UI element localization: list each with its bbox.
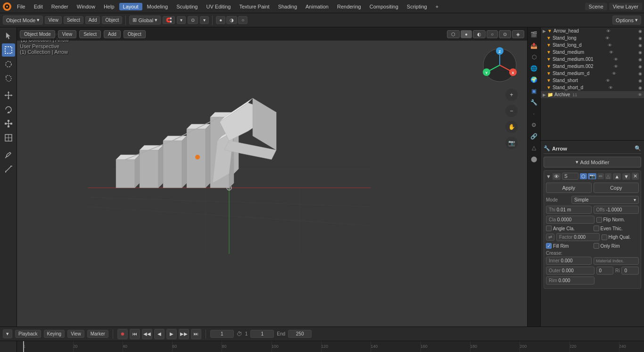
workspace-tab-compositing[interactable]: Compositing (366, 3, 402, 10)
snap-options-btn[interactable]: ▾ (177, 16, 186, 24)
camera-button[interactable]: 📷 (505, 137, 518, 149)
cage-btn[interactable]: △ (605, 173, 611, 179)
material-index-number[interactable]: 0 (596, 267, 614, 275)
step-forward-button[interactable]: ▶▶ (179, 329, 189, 339)
transform-global-selector[interactable]: ⊞ Global ▾ (129, 16, 161, 25)
workspace-tab-uv-editing[interactable]: UV Editing (202, 3, 234, 10)
particle-props-icon[interactable]: · (529, 109, 539, 119)
rim-field[interactable]: Rim 0.000 (546, 277, 594, 285)
viewport[interactable]: User Perspective (1) Collection | Arrow (17, 27, 527, 327)
render-btn[interactable]: 📷 (588, 173, 596, 179)
axis-gizmo[interactable]: Z X Y (481, 46, 519, 84)
outliner-item[interactable]: ▼ Stand_short_d 👁 ◉ (541, 84, 644, 91)
options-dropdown[interactable]: Options ▾ (612, 16, 641, 25)
constraint-props-icon[interactable]: 🔗 (529, 131, 539, 142)
workspace-tab-sculpting[interactable]: Sculpting (173, 3, 201, 10)
mode-selector[interactable]: Object Mode ▾ (3, 16, 43, 25)
output-props-icon[interactable]: 📤 (529, 41, 539, 51)
thickness-field[interactable]: Thi 0.01 m (546, 206, 592, 214)
workspace-tab-texture-paint[interactable]: Texture Paint (235, 3, 273, 10)
view-layer-selector[interactable]: View Layer (609, 3, 642, 10)
select-lasso-tool[interactable] (2, 72, 15, 85)
keying-menu[interactable]: Keying (44, 330, 65, 338)
workspace-tab-rendering[interactable]: Rendering (333, 3, 365, 10)
snap-button[interactable]: 🧲 (163, 16, 175, 24)
modifier-down-btn[interactable]: ▼ (622, 173, 630, 180)
material-props-icon[interactable]: ⬤ (529, 154, 539, 164)
add-menu[interactable]: Add (85, 16, 100, 24)
cursor-tool[interactable] (2, 29, 15, 42)
outliner-item[interactable]: ▶ 📁 Archive 11 👁 (541, 91, 644, 98)
offset-field[interactable]: Offs -1.0000 (594, 206, 639, 214)
outliner-item[interactable]: ▼ Stand_medium_d 👁 ◉ (541, 70, 644, 77)
viewport-view-btn[interactable]: View (58, 30, 77, 38)
realtime-btn[interactable]: ⬡ (580, 173, 587, 179)
outliner-item[interactable]: ▼ Stand_short 👁 ◉ (541, 77, 644, 84)
outliner-item[interactable]: ▼ Stand_medium.002 👁 ◉ (541, 63, 644, 70)
view-menu[interactable]: View (67, 330, 84, 338)
viewport-add-btn[interactable]: Add (104, 30, 121, 38)
outliner-item[interactable]: ▼ Stand_medium.001 👁 ◉ (541, 56, 644, 63)
step-back-button[interactable]: ◀◀ (142, 329, 152, 339)
viewport-select-btn[interactable]: Select (79, 30, 101, 38)
outliner-item[interactable]: ▼ Stand_long_d 👁 ◉ (541, 42, 644, 49)
angle-clamp-checkbox[interactable] (546, 226, 552, 231)
menu-file[interactable]: File (13, 3, 29, 10)
wireframe-shading-btn[interactable]: ⬡ (447, 30, 460, 38)
start-frame-field[interactable]: 1 (250, 330, 274, 338)
factor-field[interactable]: Factor 0.000 (556, 233, 600, 241)
flip-norm-checkbox[interactable] (596, 217, 602, 223)
play-forward-button[interactable]: ▶ (166, 329, 177, 339)
clamp-field[interactable]: Cla 0.0000 (546, 216, 594, 224)
zoom-in-button[interactable]: + (505, 89, 518, 101)
solid-mode-btn[interactable]: ● (216, 16, 225, 24)
add-workspace-button[interactable]: + (432, 3, 442, 10)
workspace-tab-scripting[interactable]: Scripting (403, 3, 431, 10)
workspace-tab-shading[interactable]: Shading (274, 3, 301, 10)
outliner-item[interactable]: ▼ Stand_long 👁 ◉ (541, 34, 644, 42)
end-frame-field[interactable]: 250 (288, 330, 312, 338)
marker-menu[interactable]: Marker (87, 330, 108, 338)
timeline-mode-selector[interactable]: ▾ (3, 329, 12, 338)
editmode-btn[interactable]: ✏ (597, 173, 604, 179)
mode-dropdown[interactable]: Simple ▾ (571, 196, 639, 204)
menu-help[interactable]: Help (100, 3, 118, 10)
modifier-name-field[interactable]: S (562, 173, 578, 180)
menu-window[interactable]: Window (73, 3, 99, 10)
filter-modifier-btn[interactable]: 🔍 (635, 145, 641, 151)
high-qual-checkbox[interactable] (602, 235, 607, 240)
modifier-delete-btn[interactable]: ✕ (632, 173, 639, 180)
object-props-icon[interactable]: ▣ (529, 86, 539, 96)
current-frame-field[interactable]: 1 (210, 330, 234, 338)
even-thick-checkbox[interactable] (594, 226, 599, 231)
timeline-bar[interactable]: 120406080100120140160180200220240 (0, 341, 644, 352)
modifier-visibility-btn[interactable]: 👁 (553, 173, 561, 180)
transform-tool[interactable] (2, 131, 15, 144)
pan-button[interactable]: ✋ (505, 121, 518, 133)
select-menu[interactable]: Select (64, 16, 83, 24)
measure-tool[interactable] (2, 162, 15, 176)
modifier-expand-btn[interactable]: ▼ (546, 174, 551, 179)
fill-rim-checkbox[interactable]: ✓ (546, 243, 552, 249)
modifier-props-icon[interactable]: 🔧 (529, 97, 539, 108)
scale-tool[interactable] (2, 117, 15, 130)
viewport-mode-btn[interactable]: Object Mode (20, 30, 55, 38)
rotate-tool[interactable] (2, 103, 15, 116)
view-layer-props-icon[interactable]: ⬡ (529, 52, 539, 62)
workspace-tab-animation[interactable]: Animation (302, 3, 332, 10)
material-index-field[interactable]: Material Index. (594, 257, 639, 265)
xray-toggle[interactable]: ◈ (512, 30, 524, 38)
overlay-toggle[interactable]: ⊙ (499, 30, 511, 38)
zoom-out-button[interactable]: − (505, 105, 518, 117)
render-props-icon[interactable]: 🎬 (529, 29, 539, 40)
view-menu[interactable]: View (45, 16, 62, 24)
material-mode-btn[interactable]: ◑ (226, 16, 237, 24)
move-tool[interactable] (2, 89, 15, 102)
copy-button[interactable]: Copy (594, 183, 639, 193)
solid-shading-btn[interactable]: ● (461, 30, 472, 38)
annotate-tool[interactable] (2, 148, 15, 161)
rendered-mode-btn[interactable]: ○ (238, 16, 248, 24)
rendered-shading-btn[interactable]: ○ (487, 30, 498, 38)
scene-selector[interactable]: Scene (585, 3, 607, 10)
menu-render[interactable]: Render (48, 3, 72, 10)
